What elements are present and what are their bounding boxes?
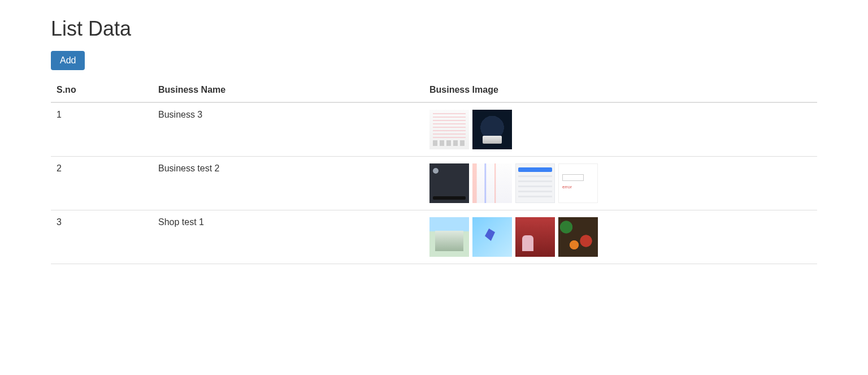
header-business-image: Business Image xyxy=(424,78,817,102)
thumbnail-image[interactable] xyxy=(472,110,512,149)
header-sno: S.no xyxy=(51,78,153,102)
cell-sno: 2 xyxy=(51,157,153,210)
add-button[interactable]: Add xyxy=(51,51,85,70)
cell-business-image xyxy=(424,102,817,157)
thumbnail-image[interactable] xyxy=(472,217,512,257)
page-title: List Data xyxy=(51,17,817,41)
thumbnail-image[interactable] xyxy=(515,217,555,257)
thumbnail-image[interactable] xyxy=(472,163,512,203)
business-table: S.no Business Name Business Image 1Busin… xyxy=(51,78,817,264)
thumbnail-image[interactable] xyxy=(429,163,469,203)
cell-business-name: Business 3 xyxy=(153,102,424,157)
table-row: 1Business 3 xyxy=(51,102,817,157)
cell-business-image xyxy=(424,210,817,264)
cell-business-image xyxy=(424,157,817,210)
table-row: 2Business test 2 xyxy=(51,157,817,210)
cell-sno: 1 xyxy=(51,102,153,157)
header-business-name: Business Name xyxy=(153,78,424,102)
cell-business-name: Shop test 1 xyxy=(153,210,424,264)
thumbnail-image[interactable] xyxy=(558,217,598,257)
table-row: 3Shop test 1 xyxy=(51,210,817,264)
cell-sno: 3 xyxy=(51,210,153,264)
thumbnail-image[interactable] xyxy=(558,163,598,203)
thumbnail-image[interactable] xyxy=(429,217,469,257)
thumbnail-image[interactable] xyxy=(429,110,469,149)
cell-business-name: Business test 2 xyxy=(153,157,424,210)
thumbnail-image[interactable] xyxy=(515,163,555,203)
